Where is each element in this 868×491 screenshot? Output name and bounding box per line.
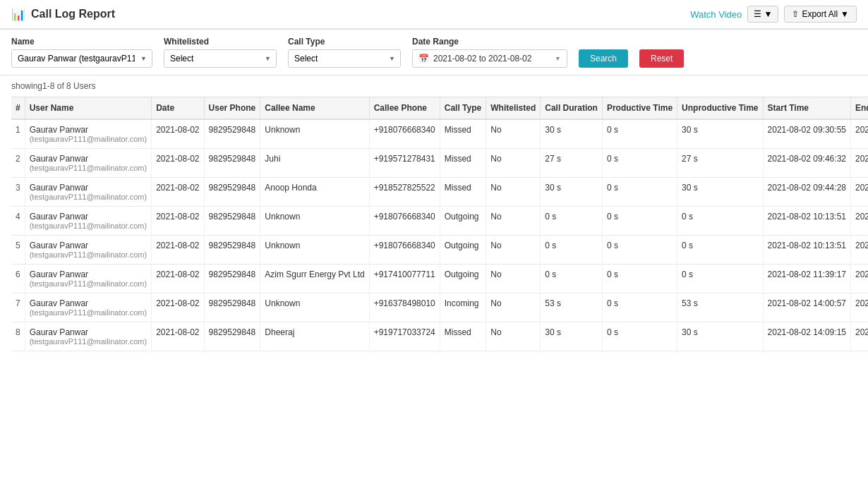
- date-cell: 2021-08-02: [152, 293, 204, 322]
- date-cell: 2021-08-02: [152, 322, 204, 351]
- user-name-sub: (testgauravP111@mailinator.com): [30, 193, 147, 201]
- row-num-cell: 1: [11, 119, 25, 149]
- table-row: 5Gaurav Panwar(testgauravP111@mailinator…: [11, 236, 868, 265]
- whitelisted-cell: No: [486, 149, 541, 178]
- unproductive-time-cell: 30 s: [677, 322, 763, 351]
- user-name-sub: (testgauravP111@mailinator.com): [30, 308, 147, 317]
- callee-name-cell: Unknown: [260, 236, 369, 265]
- name-select[interactable]: Gaurav Panwar (testgauravP111...X: [11, 49, 152, 68]
- name-filter-label: Name: [11, 37, 152, 47]
- user-name-sub: (testgauravP111@mailinator.com): [30, 222, 147, 230]
- row-num-cell: 3: [11, 178, 25, 207]
- call-duration-cell: 0 s: [541, 236, 603, 265]
- start-time-cell: 2021-08-02 10:13:51: [763, 236, 850, 265]
- callee-phone-cell: +918076668340: [369, 119, 440, 149]
- call-log-table: # User Name Date User Phone Callee Name …: [11, 97, 868, 351]
- daterange-filter-group: Date Range 📅 2021-08-02 to 2021-08-02 ▼: [412, 37, 567, 68]
- callee-name-cell: Unknown: [260, 293, 369, 322]
- user-phone-cell: 9829529848: [204, 207, 260, 236]
- whitelisted-cell: No: [486, 178, 541, 207]
- user-name-main: Gaurav Panwar: [30, 154, 147, 164]
- user-name-cell: Gaurav Panwar(testgauravP111@mailinator.…: [25, 178, 151, 207]
- productive-time-cell: 0 s: [602, 178, 677, 207]
- daterange-input[interactable]: 📅 2021-08-02 to 2021-08-02 ▼: [412, 49, 567, 68]
- export-label: Export All: [802, 9, 838, 19]
- call-type-cell: Outgoing: [440, 236, 486, 265]
- callee-phone-cell: +919717033724: [369, 322, 440, 351]
- end-time-cell: 2021-08-02 11:39:17: [850, 265, 868, 293]
- col-header-username: User Name: [25, 97, 151, 120]
- col-header-calleephone: Callee Phone: [369, 97, 440, 120]
- col-header-unproductivetime: Unproductive Time: [677, 97, 763, 120]
- callee-name-cell: Juhi: [260, 149, 369, 178]
- user-phone-cell: 9829529848: [204, 149, 260, 178]
- callee-name-cell: Azim Sgurr Energy Pvt Ltd: [260, 265, 369, 293]
- end-time-cell: 2021-08-02 10:13:51: [850, 236, 868, 265]
- col-header-calltype: Call Type: [440, 97, 486, 120]
- row-num-cell: 6: [11, 265, 25, 293]
- call-duration-cell: 0 s: [541, 265, 603, 293]
- date-cell: 2021-08-02: [152, 178, 204, 207]
- productive-time-cell: 0 s: [602, 322, 677, 351]
- start-time-cell: 2021-08-02 09:46:32: [763, 149, 850, 178]
- user-phone-cell: 9829529848: [204, 265, 260, 293]
- user-name-main: Gaurav Panwar: [30, 327, 147, 337]
- search-button[interactable]: Search: [579, 49, 628, 68]
- user-phone-cell: 9829529848: [204, 293, 260, 322]
- col-header-userphone: User Phone: [204, 97, 260, 120]
- unproductive-time-cell: 30 s: [677, 119, 763, 149]
- user-name-sub: (testgauravP111@mailinator.com): [30, 279, 147, 288]
- whitelisted-cell: No: [486, 265, 541, 293]
- watch-video-link[interactable]: Watch Video: [690, 9, 742, 20]
- callee-phone-cell: +918076668340: [369, 236, 440, 265]
- col-header-productivetime: Productive Time: [602, 97, 677, 120]
- date-cell: 2021-08-02: [152, 149, 204, 178]
- date-cell: 2021-08-02: [152, 236, 204, 265]
- export-all-button[interactable]: ⇧ Export All ▼: [784, 6, 857, 23]
- call-type-cell: Missed: [440, 119, 486, 149]
- calltype-select-wrapper: Select: [288, 49, 401, 68]
- callee-phone-cell: +918076668340: [369, 207, 440, 236]
- calltype-select[interactable]: Select: [288, 49, 401, 68]
- table-row: 7Gaurav Panwar(testgauravP111@mailinator…: [11, 293, 868, 322]
- reset-button[interactable]: Reset: [639, 49, 684, 68]
- user-name-main: Gaurav Panwar: [30, 241, 147, 250]
- table-body: 1Gaurav Panwar(testgauravP111@mailinator…: [11, 119, 868, 351]
- user-phone-cell: 9829529848: [204, 119, 260, 149]
- export-chevron-icon: ▼: [840, 9, 849, 19]
- call-duration-cell: 53 s: [541, 293, 603, 322]
- user-name-main: Gaurav Panwar: [30, 183, 147, 193]
- productive-time-cell: 0 s: [602, 293, 677, 322]
- start-time-cell: 2021-08-02 10:13:51: [763, 207, 850, 236]
- start-time-cell: 2021-08-02 09:30:55: [763, 119, 850, 149]
- callee-phone-cell: +919571278431: [369, 149, 440, 178]
- call-duration-cell: 27 s: [541, 149, 603, 178]
- user-name-sub: (testgauravP111@mailinator.com): [30, 250, 147, 259]
- menu-button[interactable]: ☰ ▼: [747, 6, 778, 23]
- header-left: 📊 Call Log Report: [11, 8, 115, 21]
- unproductive-time-cell: 30 s: [677, 178, 763, 207]
- daterange-value: 2021-08-02 to 2021-08-02: [433, 54, 531, 63]
- whitelisted-select[interactable]: Select: [164, 49, 277, 68]
- col-header-callduration: Call Duration: [541, 97, 603, 120]
- end-time-cell: 2021-08-02 09:31:25: [850, 119, 868, 149]
- user-name-cell: Gaurav Panwar(testgauravP111@mailinator.…: [25, 293, 151, 322]
- user-name-sub: (testgauravP111@mailinator.com): [30, 337, 147, 346]
- user-phone-cell: 9829529848: [204, 178, 260, 207]
- unproductive-time-cell: 53 s: [677, 293, 763, 322]
- col-header-num: #: [11, 97, 25, 120]
- table-row: 1Gaurav Panwar(testgauravP111@mailinator…: [11, 119, 868, 149]
- date-cell: 2021-08-02: [152, 119, 204, 149]
- callee-name-cell: Unknown: [260, 207, 369, 236]
- end-time-cell: 2021-08-02 14:01:50: [850, 293, 868, 322]
- row-num-cell: 5: [11, 236, 25, 265]
- row-num-cell: 2: [11, 149, 25, 178]
- call-type-cell: Missed: [440, 149, 486, 178]
- showing-info: showing1-8 of 8 Users: [0, 75, 868, 97]
- table-header: # User Name Date User Phone Callee Name …: [11, 97, 868, 120]
- whitelisted-cell: No: [486, 322, 541, 351]
- callee-phone-cell: +918527825522: [369, 178, 440, 207]
- export-icon: ⇧: [792, 9, 799, 19]
- user-name-main: Gaurav Panwar: [30, 269, 147, 279]
- start-time-cell: 2021-08-02 14:00:57: [763, 293, 850, 322]
